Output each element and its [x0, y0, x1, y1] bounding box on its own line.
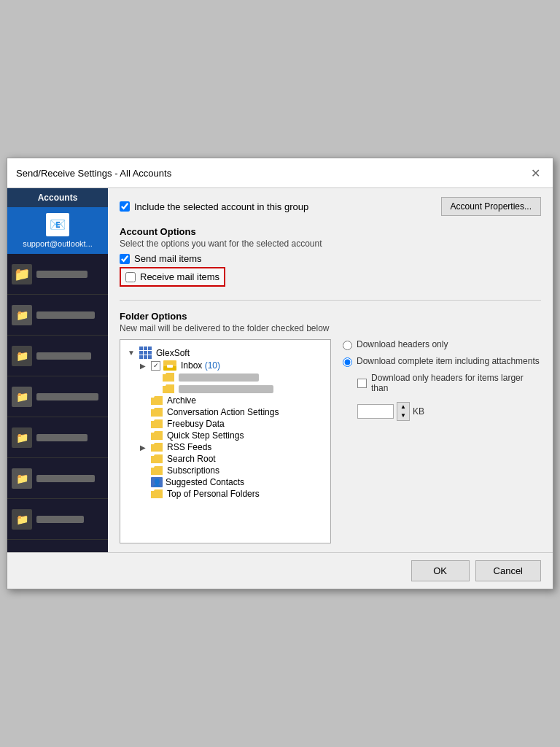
size-limit-row: Download only headers for items larger t… [343, 373, 541, 393]
send-mail-label[interactable]: Send mail items [120, 253, 541, 264]
tree-item-inbox[interactable]: ▶ Inbox (10) [138, 360, 324, 371]
dialog-body: Accounts 📧 support@outlookt... 📁 📁 📁 📁 [7, 188, 553, 552]
top-row: Include the selected account in this gro… [120, 197, 541, 216]
account-label-3 [36, 311, 95, 319]
send-mail-checkbox[interactable] [120, 254, 130, 264]
include-account-checkbox[interactable] [120, 201, 130, 212]
expand-placeholder-freebusy [138, 419, 148, 429]
tree-item-top-personal[interactable]: Top of Personal Folders [138, 488, 324, 500]
expand-placeholder-archive [138, 395, 148, 406]
expand-icon-inbox[interactable]: ▶ [138, 360, 148, 371]
folder-options-subtitle: New mail will be delivered to the folder… [120, 323, 541, 333]
include-account-label[interactable]: Include the selected account in this gro… [120, 201, 308, 212]
folder-icon-blurred-2 [163, 384, 174, 393]
dialog-title: Send/Receive Settings - All Accounts [16, 168, 171, 179]
blurred-label-2 [179, 385, 273, 393]
account-avatar-3: 📁 [12, 305, 32, 325]
receive-mail-highlighted-row: Receive mail items [120, 267, 225, 287]
folder-icon-top-personal [151, 489, 163, 498]
inbox-icon [163, 360, 176, 371]
dialog-footer: OK Cancel [7, 552, 553, 589]
tree-item-blurred-2[interactable] [149, 383, 324, 395]
expand-placeholder-quickstep [138, 430, 148, 441]
expand-placeholder-subscriptions [138, 465, 148, 476]
tree-item-searchroot[interactable]: Search Root [138, 453, 324, 465]
tree-label-rssfeeds: RSS Feeds [167, 442, 211, 452]
tree-label-subscriptions: Subscriptions [167, 465, 219, 476]
sidebar: Accounts 📧 support@outlookt... 📁 📁 📁 📁 [7, 188, 108, 552]
tree-item-subscriptions[interactable]: Subscriptions [138, 465, 324, 476]
sidebar-item-3[interactable]: 📁 [7, 295, 108, 336]
folder-icon-searchroot [151, 454, 163, 463]
sidebar-item-6[interactable]: 📁 [7, 417, 108, 458]
tree-indent-folders: Archive Conversation Action Settings [126, 395, 324, 500]
account-options-section: Account Options Select the options you w… [120, 223, 541, 287]
tree-item-conversation[interactable]: Conversation Action Settings [138, 406, 324, 418]
folder-icon-archive [151, 396, 163, 405]
expand-icon-glexsoft[interactable]: ▼ [126, 348, 136, 358]
download-complete-radio[interactable] [343, 357, 352, 367]
sidebar-item-7[interactable]: 📁 [7, 458, 108, 499]
size-limit-text: Download only headers for items larger t… [371, 373, 541, 393]
account-label-6 [36, 434, 88, 441]
folder-icon-quickstep [151, 431, 163, 440]
folder-icon-conversation [151, 408, 163, 417]
title-bar: Send/Receive Settings - All Accounts ✕ [7, 158, 553, 188]
tree-item-quickstep[interactable]: Quick Step Settings [138, 430, 324, 441]
ok-button[interactable]: OK [411, 560, 470, 581]
account-avatar-7: 📁 [12, 468, 32, 489]
svg-rect-2 [167, 365, 173, 368]
tree-indent-inbox: ▶ Inbox (10) [126, 360, 324, 395]
cancel-button[interactable]: Cancel [475, 560, 541, 581]
close-button[interactable]: ✕ [526, 164, 544, 182]
sidebar-header: Accounts [7, 188, 108, 207]
expand-placeholder-conversation [138, 407, 148, 417]
tree-label-quickstep: Quick Step Settings [167, 430, 244, 441]
account-label-4 [36, 352, 91, 360]
account-properties-button[interactable]: Account Properties... [441, 197, 541, 216]
expand-placeholder-searchroot [138, 454, 148, 464]
folder-tree: ▼ G [120, 339, 331, 543]
tree-item-archive[interactable]: Archive [138, 395, 324, 406]
account-label-8 [36, 516, 84, 523]
tree-label-inbox: Inbox (10) [181, 360, 220, 371]
sidebar-item-active-account[interactable]: 📧 support@outlookt... [7, 207, 108, 254]
tree-item-rssfeeds[interactable]: ▶ RSS Feeds [138, 441, 324, 453]
tree-item-freebusy[interactable]: Freebusy Data [138, 418, 324, 430]
account-label-5 [36, 393, 98, 400]
sidebar-item-2[interactable]: 📁 [7, 254, 108, 295]
sidebar-item-5[interactable]: 📁 [7, 376, 108, 417]
sidebar-item-8[interactable]: 📁 [7, 499, 108, 540]
account-options-subtitle: Select the options you want for the sele… [120, 239, 541, 249]
size-decrement-button[interactable]: ▼ [397, 411, 409, 420]
receive-mail-checkbox[interactable] [125, 272, 136, 282]
include-account-text: Include the selected account in this gro… [134, 201, 308, 212]
tree-indent-inbox-children [138, 371, 324, 395]
size-limit-checkbox[interactable] [357, 379, 367, 388]
size-increment-button[interactable]: ▲ [397, 403, 409, 411]
inbox-count: (10) [202, 360, 220, 371]
account-name: support@outlookt... [23, 239, 93, 248]
download-complete-text: Download complete item including attachm… [357, 356, 540, 366]
sidebar-item-4[interactable]: 📁 [7, 336, 108, 376]
account-label-2 [36, 271, 88, 278]
size-value-input[interactable]: 50 [357, 404, 394, 419]
download-headers-only-label[interactable]: Download headers only [343, 339, 541, 350]
expand-placeholder-2 [149, 384, 160, 394]
tree-item-suggested-contacts[interactable]: 👤 Suggested Contacts [138, 476, 324, 488]
account-avatar-2: 📁 [12, 264, 32, 285]
inbox-checkbox[interactable] [151, 361, 160, 371]
expand-placeholder-1 [149, 372, 160, 382]
expand-icon-rssfeeds[interactable]: ▶ [138, 442, 148, 452]
account-label-7 [36, 475, 95, 482]
tree-label-suggested-contacts: Suggested Contacts [166, 477, 244, 487]
account-options-title: Account Options [120, 226, 541, 237]
tree-item-glexsoft[interactable]: ▼ G [126, 346, 324, 360]
account-avatar-6: 📁 [12, 427, 32, 448]
tree-label-archive: Archive [167, 395, 196, 406]
folder-icon-rssfeeds [151, 443, 163, 452]
download-complete-label[interactable]: Download complete item including attachm… [343, 356, 541, 367]
download-headers-only-radio[interactable] [343, 341, 352, 350]
download-headers-only-text: Download headers only [357, 339, 448, 349]
tree-item-blurred-1[interactable] [149, 371, 324, 383]
